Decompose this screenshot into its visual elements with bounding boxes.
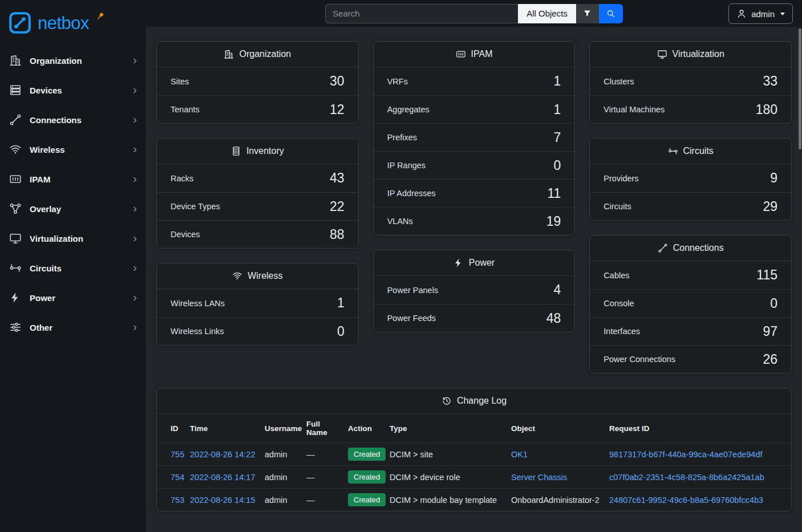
stat-row: Wireless Links 0	[157, 317, 358, 345]
stat-value: 0	[554, 158, 561, 173]
sidebar-item-label: Connections	[30, 115, 125, 125]
stat-label: VLANs	[387, 217, 413, 226]
search-submit-button[interactable]	[599, 4, 623, 23]
stat-row: IP Addresses 11	[374, 179, 575, 207]
changelog-id-link[interactable]: 755	[171, 450, 184, 459]
wifi-icon	[232, 271, 242, 281]
sidebar-item-virtualization[interactable]: Virtualization ›	[0, 224, 146, 253]
stat-label: Aggregates	[387, 105, 430, 114]
sidebar-item-organization[interactable]: Organization ›	[0, 46, 146, 75]
stat-label: Circuits	[603, 202, 631, 211]
changelog-object: OnboardAdministrator-2	[511, 489, 609, 511]
sidebar-item-ipam[interactable]: IPAM ›	[0, 164, 146, 194]
filter-button[interactable]	[576, 4, 599, 23]
object-type-button[interactable]: All Objects	[518, 4, 576, 23]
stat-label: Virtual Machines	[603, 105, 665, 114]
table-row: 753 2022-08-26 14:15 admin — Created DCI…	[157, 489, 791, 511]
stat-row: Prefixes 7	[374, 123, 575, 151]
sidebar-item-devices[interactable]: Devices ›	[0, 75, 146, 105]
search-input[interactable]	[325, 4, 518, 23]
card-title: Circuits	[683, 146, 714, 156]
changelog-type: DCIM > module bay template	[390, 489, 511, 511]
chevron-right-icon: ›	[133, 202, 137, 216]
stat-value: 43	[330, 170, 345, 186]
stat-value: 33	[763, 74, 777, 89]
sidebar-item-other[interactable]: Other ›	[0, 312, 146, 342]
changelog-time-link[interactable]: 2022-08-26 14:22	[190, 450, 256, 459]
ipam-card: IPAM VRFs 1 Aggregates 1 Prefixes	[373, 41, 576, 235]
changelog-request-id-link[interactable]: c07f0ab2-2351-4c58-825a-8b6a2425a1ab	[609, 473, 764, 482]
card-title: Virtualization	[673, 49, 724, 59]
search-group: All Objects	[325, 4, 623, 23]
column-header-request-id: Request ID	[609, 414, 791, 443]
stat-row: Tenants 12	[157, 95, 358, 123]
card-header: Power	[374, 250, 575, 276]
virtualization-card: Virtualization Clusters 33 Virtual Machi…	[589, 41, 792, 124]
sidebar-item-connections[interactable]: Connections ›	[0, 105, 146, 135]
sidebar-item-circuits[interactable]: Circuits ›	[0, 253, 146, 283]
chevron-right-icon: ›	[133, 83, 137, 97]
stat-row: Interfaces 97	[590, 317, 791, 345]
stat-value: 4	[554, 282, 561, 298]
stat-row: Wireless LANs 1	[157, 289, 358, 317]
stat-value: 1	[554, 74, 561, 89]
status-badge: Created	[348, 493, 386, 506]
table-row: 754 2022-08-26 14:17 admin — Created DCI…	[157, 466, 791, 489]
chevron-right-icon: ›	[133, 261, 137, 275]
chevron-right-icon: ›	[133, 320, 137, 334]
stat-row: Virtual Machines 180	[590, 95, 791, 123]
sidebar-item-wireless[interactable]: Wireless ›	[0, 135, 146, 164]
topbar: All Objects admin	[146, 0, 802, 27]
card-title: Change Log	[457, 396, 507, 406]
sidebar-item-label: Power	[30, 293, 125, 303]
bolt-icon	[453, 258, 464, 268]
sidebar-item-label: Wireless	[30, 145, 125, 155]
organization-icon	[9, 54, 22, 67]
stat-value: 88	[330, 227, 345, 242]
user-menu-label: admin	[751, 9, 775, 19]
changelog-object-link[interactable]: OK1	[511, 450, 528, 459]
stat-value: 9	[770, 170, 777, 186]
filter-icon	[582, 9, 592, 18]
changelog-id-link[interactable]: 754	[171, 473, 184, 482]
counter-icon	[456, 49, 466, 59]
sidebar-item-label: Virtualization	[30, 234, 125, 243]
main-column: All Objects admin Organization	[146, 0, 802, 532]
stat-row: VRFs 1	[374, 67, 575, 95]
history-icon	[441, 396, 452, 406]
changelog-time-link[interactable]: 2022-08-26 14:15	[190, 496, 256, 505]
sidebar-item-overlay[interactable]: Overlay ›	[0, 194, 146, 224]
column-header-action: Action	[348, 414, 390, 443]
changelog-request-id-link[interactable]: 24807c61-9952-49c6-b8a5-69760bfcc4b3	[609, 496, 763, 505]
brand-logo[interactable]: netbox	[0, 0, 146, 46]
stat-row: Providers 9	[590, 164, 791, 192]
stat-label: Power Panels	[387, 286, 438, 295]
sidebar-item-label: Devices	[30, 86, 125, 95]
stat-label: Cables	[603, 271, 629, 280]
stat-value: 19	[546, 214, 561, 229]
changelog-object-link[interactable]: Server Chassis	[511, 473, 567, 482]
sidebar-item-power[interactable]: Power ›	[0, 283, 146, 312]
changelog-id-link[interactable]: 753	[171, 496, 184, 505]
user-menu-button[interactable]: admin	[728, 3, 793, 24]
column-header-time: Time	[190, 414, 265, 443]
stat-row: Power Connections 26	[590, 345, 791, 373]
stat-value: 0	[337, 324, 345, 339]
stat-row: Power Panels 4	[374, 276, 575, 304]
status-badge: Created	[348, 470, 386, 484]
stat-value: 0	[770, 296, 777, 311]
brand-name: netbox	[38, 14, 89, 32]
stat-value: 97	[763, 324, 777, 339]
card-title: IPAM	[471, 49, 493, 59]
status-badge: Created	[348, 448, 386, 461]
changelog-request-id-link[interactable]: 9817317d-b67f-440a-99ca-4ae07ede94df	[609, 450, 762, 459]
change-log-card: Change Log ID Time Username Full Name Ac…	[156, 388, 792, 511]
change-log-table: ID Time Username Full Name Action Type O…	[157, 414, 791, 511]
overlay-icon	[9, 202, 22, 215]
other-icon	[9, 321, 22, 334]
changelog-time-link[interactable]: 2022-08-26 14:17	[190, 473, 256, 482]
circuits-icon	[9, 262, 22, 274]
scrollbar[interactable]	[799, 29, 801, 149]
stat-label: Device Types	[171, 202, 220, 211]
stat-value: 26	[763, 352, 777, 367]
